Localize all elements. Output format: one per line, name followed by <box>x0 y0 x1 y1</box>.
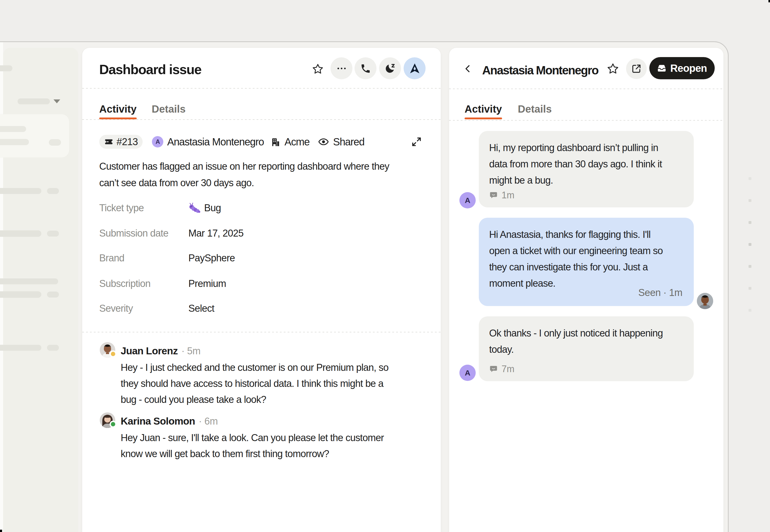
conversation-title: Anastasia Montenegro <box>482 63 598 77</box>
star-icon <box>312 63 324 75</box>
skeleton-pill <box>47 188 59 194</box>
message-text: Hi, my reporting dashboard isn’t pulling… <box>489 140 683 189</box>
assistant-logo-icon <box>408 62 421 75</box>
assistant-button[interactable] <box>404 57 426 79</box>
ellipsis-icon <box>336 63 347 74</box>
skeleton-bar <box>0 278 58 284</box>
tab-activity[interactable]: Activity <box>465 103 502 115</box>
seen-receipt: Seen · 1m <box>638 287 682 298</box>
ticket-description: Customer has flagged an issue on her rep… <box>99 158 428 191</box>
comment-juan: Juan Lorenz · 5m Hey - I just checked an… <box>99 342 425 407</box>
skeleton-bar <box>0 65 12 71</box>
field-value-select[interactable]: Select <box>188 303 214 314</box>
back-button[interactable] <box>459 59 477 78</box>
skeleton-bar <box>0 126 26 132</box>
message-time: 7m <box>502 364 515 374</box>
dot <box>749 221 751 224</box>
tab-details[interactable]: Details <box>518 103 552 115</box>
dot <box>749 265 751 268</box>
field-row-subscription: Subscription Premium <box>99 276 424 292</box>
expand-button[interactable] <box>411 136 422 147</box>
comment-author: Karina Solomon <box>121 416 195 427</box>
message-bubble-agent: Hi Anastasia, thanks for flagging this. … <box>479 218 694 306</box>
field-row-submission-date: Submission date Mar 17, 2025 <box>99 225 424 241</box>
conversation-panel: Anastasia Montenegro Reopen Activity Det… <box>449 48 724 532</box>
expand-icon <box>411 136 422 147</box>
avatar-customer: A <box>460 192 476 208</box>
field-label: Severity <box>99 303 133 314</box>
skeleton-pill <box>47 345 59 351</box>
skeleton-bar <box>0 291 41 298</box>
message-bubble-customer: Ok thanks - I only just noticed it happe… <box>479 316 694 381</box>
ticket-id: #213 <box>116 136 138 147</box>
comment-time: · 5m <box>181 346 200 357</box>
avatar-agent <box>697 293 713 309</box>
message-text: Ok thanks - I only just noticed it happe… <box>489 325 683 358</box>
star-icon <box>607 62 619 75</box>
field-row-ticket-type: Ticket type Bug <box>99 200 424 216</box>
ticket-title: Dashboard issue <box>99 62 201 77</box>
tab-details[interactable]: Details <box>152 103 185 115</box>
requester-chip[interactable]: A Anastasia Montenegro <box>152 135 264 149</box>
skeleton-bar <box>18 98 50 104</box>
star-button[interactable] <box>311 63 324 75</box>
sidebar-skeleton <box>3 48 78 532</box>
star-button[interactable] <box>607 62 619 75</box>
skeleton-pill <box>47 231 59 237</box>
building-icon <box>270 137 280 147</box>
field-label: Subscription <box>99 278 150 289</box>
status-online-dot <box>110 421 116 428</box>
avatar-customer: A <box>460 365 476 381</box>
skeleton-pill <box>47 292 59 298</box>
comment-time: · 6m <box>199 416 218 427</box>
ticket-panel: Dashboard issue Activity Details <box>82 48 441 532</box>
field-value-text[interactable]: Mar 17, 2025 <box>188 228 243 239</box>
visibility-chip[interactable]: Shared <box>318 135 364 149</box>
open-external-button[interactable] <box>626 58 647 79</box>
message-meta: 1m <box>489 190 515 201</box>
comment-text: Hey Juan - sure, I'll take a look. Can y… <box>121 430 418 462</box>
snooze-moon-icon <box>384 63 396 74</box>
bug-icon <box>188 202 200 214</box>
message-bubble-customer: Hi, my reporting dashboard isn’t pulling… <box>479 131 694 207</box>
separator <box>449 120 724 121</box>
message-text: Hi Anastasia, thanks for flagging this. … <box>489 226 683 292</box>
field-label: Ticket type <box>99 202 144 214</box>
comment-karina: Karina Solomon · 6m Hey Juan - sure, I'l… <box>99 412 425 464</box>
call-button[interactable] <box>354 57 376 79</box>
separator <box>82 119 441 120</box>
field-value-text[interactable]: PaySphere <box>188 253 235 264</box>
reopen-button[interactable]: Reopen <box>649 57 715 79</box>
skeleton-bar <box>0 139 29 145</box>
avatar-agent-photo <box>697 293 713 309</box>
eye-icon <box>318 136 329 147</box>
more-options-button[interactable] <box>330 57 352 79</box>
dot <box>749 177 751 180</box>
field-row-brand: Brand PaySphere <box>99 250 424 266</box>
chevron-down-icon <box>53 99 60 103</box>
chat-bubble-icon <box>489 365 498 373</box>
dot <box>749 199 751 202</box>
phone-icon <box>360 63 371 74</box>
chat-bubble-icon <box>489 191 498 200</box>
snooze-button[interactable] <box>379 57 401 79</box>
skeleton-pill <box>49 139 61 146</box>
inbox-icon <box>657 63 667 73</box>
skeleton-card <box>0 114 69 158</box>
separator <box>449 89 724 89</box>
tab-activity[interactable]: Activity <box>99 103 137 115</box>
ticket-id-chip[interactable]: #213 <box>99 135 143 149</box>
company-chip[interactable]: Acme <box>270 135 309 149</box>
field-value-text[interactable]: Premium <box>188 278 226 289</box>
comment-text: Hey - I just checked and the customer is… <box>121 359 418 408</box>
visibility-label: Shared <box>333 136 364 148</box>
reopen-label: Reopen <box>670 62 707 74</box>
screen-artifact <box>0 530 2 532</box>
separator <box>82 332 441 332</box>
comment-header: Karina Solomon · 6m <box>121 416 218 427</box>
skeleton-bar <box>0 345 41 351</box>
separator <box>82 88 441 89</box>
status-away-dot <box>110 350 116 357</box>
chevron-left-icon <box>463 64 473 74</box>
field-value-ticket-type[interactable]: Bug <box>188 202 221 214</box>
